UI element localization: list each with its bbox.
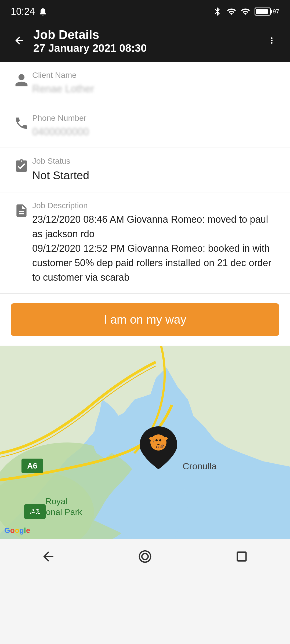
status-time: 10:24	[11, 6, 48, 17]
wifi-icon	[241, 7, 250, 16]
page-subtitle: 27 January 2021 08:30	[33, 42, 264, 54]
more-options-button[interactable]	[264, 33, 279, 49]
content-area: Client Name Renae Lother Phone Number 04…	[0, 62, 290, 539]
battery-icon	[255, 8, 271, 16]
job-description-content: Job Description 23/12/2020 08:46 AM Giov…	[32, 201, 279, 285]
description-svg	[14, 203, 29, 218]
back-button[interactable]	[11, 32, 28, 50]
job-status-row: Job Status Not Started	[0, 148, 290, 192]
person-svg	[14, 73, 29, 88]
clipboard-svg	[14, 159, 29, 174]
page-title: Job Details	[33, 28, 264, 42]
back-nav-button[interactable]	[38, 546, 59, 567]
svg-point-15	[154, 436, 163, 447]
svg-text:A6: A6	[27, 461, 37, 470]
battery-level: 97	[273, 8, 279, 15]
circle-home-icon	[137, 549, 153, 564]
status-icons: 97	[213, 7, 279, 16]
svg-text:National Park: National Park	[31, 507, 82, 517]
home-nav-button[interactable]	[134, 546, 156, 567]
job-description-row: Job Description 23/12/2020 08:46 AM Giov…	[0, 192, 290, 294]
job-description-label: Job Description	[32, 201, 279, 210]
phone-svg	[14, 116, 29, 131]
client-name-value: Renae Lother	[32, 82, 279, 96]
app-bar: Job Details 27 January 2021 08:30	[0, 21, 290, 62]
status-bar: 10:24 97	[0, 0, 290, 21]
more-vert-icon	[267, 36, 277, 45]
bluetooth-icon	[213, 7, 222, 16]
job-status-label: Job Status	[32, 156, 279, 166]
back-triangle-icon	[41, 549, 56, 564]
time-display: 10:24	[11, 6, 35, 17]
svg-point-16	[155, 439, 158, 441]
svg-text:Cronulla: Cronulla	[183, 461, 217, 471]
job-description-value: 23/12/2020 08:46 AM Giovanna Romeo: move…	[32, 212, 279, 285]
phone-number-label: Phone Number	[32, 114, 279, 123]
svg-point-19	[142, 553, 148, 559]
map-svg: A6 A1 Royal National Park Cronulla 🐂	[0, 346, 290, 539]
client-name-content: Client Name Renae Lother	[32, 71, 279, 96]
button-section: I am on my way	[0, 294, 290, 346]
battery-container: 97	[255, 8, 279, 16]
map-section[interactable]: A6 A1 Royal National Park Cronulla 🐂	[0, 346, 290, 539]
phone-icon	[11, 114, 32, 131]
job-status-content: Job Status Not Started	[32, 156, 279, 184]
square-nav-button[interactable]	[231, 546, 252, 567]
signal-icon	[227, 7, 236, 16]
job-status-value: Not Started	[32, 168, 279, 184]
clipboard-check-icon	[11, 156, 32, 174]
back-arrow-icon	[13, 35, 25, 46]
alarm-icon	[38, 7, 48, 16]
app-bar-title: Job Details 27 January 2021 08:30	[28, 28, 264, 54]
description-icon	[11, 201, 32, 218]
svg-point-18	[139, 551, 151, 562]
phone-number-value: 0400000000	[32, 125, 279, 139]
navigation-bar	[0, 539, 290, 577]
phone-number-content: Phone Number 0400000000	[32, 114, 279, 139]
svg-rect-20	[237, 552, 246, 561]
person-icon	[11, 71, 32, 88]
square-icon	[234, 549, 249, 564]
phone-number-row: Phone Number 0400000000	[0, 105, 290, 148]
svg-point-17	[159, 439, 161, 441]
client-name-label: Client Name	[32, 71, 279, 80]
client-name-row: Client Name Renae Lother	[0, 62, 290, 105]
svg-text:Royal: Royal	[45, 496, 67, 506]
on-my-way-button[interactable]: I am on my way	[11, 303, 279, 336]
google-logo: Google	[4, 526, 30, 535]
